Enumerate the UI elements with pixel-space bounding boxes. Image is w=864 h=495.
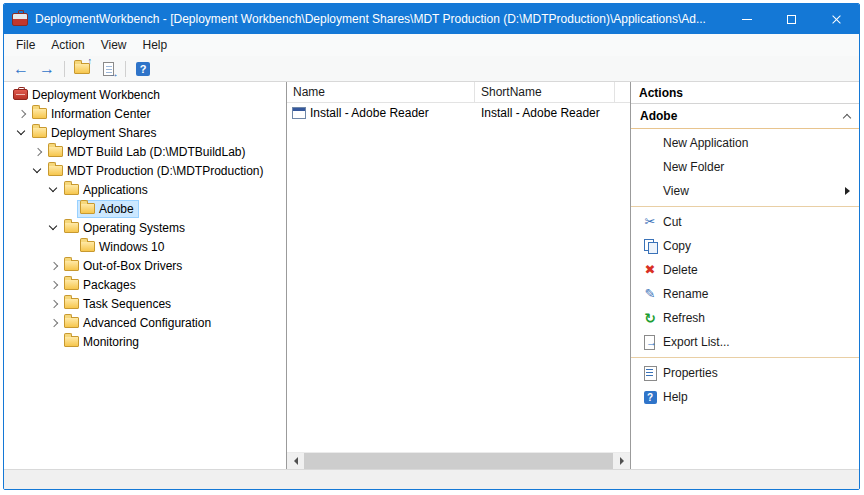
rename-icon — [640, 286, 660, 302]
action-export-list[interactable]: Export List... — [631, 330, 859, 354]
folder-icon — [64, 260, 79, 271]
action-properties[interactable]: Properties — [631, 361, 859, 385]
tree-item-content: Out-of-Box Drivers — [61, 257, 187, 275]
menu-item-help[interactable]: Help — [135, 34, 176, 56]
action-item-label: New Application — [663, 136, 748, 150]
forward-icon: → — [39, 61, 55, 77]
window-controls — [724, 4, 859, 34]
tree-item-applications[interactable]: Applications — [4, 180, 286, 199]
folder-icon — [48, 165, 63, 176]
folder-icon — [32, 108, 47, 119]
tree-item-operating-systems[interactable]: Operating Systems — [4, 218, 286, 237]
tree-item-content: Information Center — [29, 105, 155, 123]
action-item-label: View — [663, 184, 689, 198]
action-new-folder[interactable]: New Folder — [631, 155, 859, 179]
back-button[interactable]: ← — [9, 58, 33, 80]
tree-item-mdt-production-d-mdtproduction[interactable]: MDT Production (D:\MDTProduction) — [4, 161, 286, 180]
action-copy[interactable]: Copy — [631, 234, 859, 258]
icon-spacer — [640, 159, 660, 175]
tree-item-information-center[interactable]: Information Center — [4, 104, 286, 123]
tree-item-content: Packages — [61, 276, 141, 294]
maximize-icon — [787, 15, 796, 24]
toolbar-separator — [64, 61, 65, 77]
tree-collapsed-arrow-icon[interactable] — [46, 296, 61, 311]
tree-item-deployment-shares[interactable]: Deployment Shares — [4, 123, 286, 142]
action-item-label: Cut — [663, 215, 682, 229]
forward-button[interactable]: → — [35, 58, 59, 80]
tree-item-label: Task Sequences — [83, 297, 171, 311]
tree-expanded-arrow-icon[interactable] — [46, 182, 61, 197]
scroll-left-button[interactable] — [287, 453, 304, 469]
help-button[interactable] — [131, 58, 155, 80]
export-list-button[interactable] — [96, 58, 120, 80]
tree-item-packages[interactable]: Packages — [4, 275, 286, 294]
action-help[interactable]: Help — [631, 385, 859, 409]
action-delete[interactable]: Delete — [631, 258, 859, 282]
tree-collapsed-arrow-icon[interactable] — [46, 258, 61, 273]
action-rename[interactable]: Rename — [631, 282, 859, 306]
tree-item-mdt-build-lab-d-mdtbuildlab[interactable]: MDT Build Lab (D:\MDTBuildLab) — [4, 142, 286, 161]
actions-separator — [631, 206, 859, 207]
tree-item-deployment-workbench[interactable]: Deployment Workbench — [4, 85, 286, 104]
minimize-button[interactable] — [724, 4, 769, 34]
actions-group-header[interactable]: Adobe — [631, 104, 859, 129]
horizontal-scrollbar[interactable] — [287, 452, 630, 469]
list-row-install-adobe-reader[interactable]: Install - Adobe ReaderInstall - Adobe Re… — [287, 103, 630, 122]
statusbar — [4, 469, 859, 489]
tree-collapsed-arrow-icon[interactable] — [46, 315, 61, 330]
tree-item-out-of-box-drivers[interactable]: Out-of-Box Drivers — [4, 256, 286, 275]
collapse-chevron-icon[interactable] — [843, 113, 851, 121]
action-refresh[interactable]: Refresh — [631, 306, 859, 330]
tree-item-adobe[interactable]: Adobe — [4, 199, 286, 218]
actions-group-label: Adobe — [640, 109, 677, 123]
tree-item-monitoring[interactable]: Monitoring — [4, 332, 286, 351]
scroll-right-button[interactable] — [613, 453, 630, 469]
tree-item-advanced-configuration[interactable]: Advanced Configuration — [4, 313, 286, 332]
menu-item-view[interactable]: View — [93, 34, 135, 56]
tree-item-windows-10[interactable]: Windows 10 — [4, 237, 286, 256]
cut-icon — [640, 214, 660, 230]
tree-item-content: Deployment Workbench — [10, 86, 165, 104]
tree-expanded-arrow-icon[interactable] — [30, 163, 45, 178]
up-one-level-button[interactable] — [70, 58, 94, 80]
tree-item-content: Deployment Shares — [29, 124, 161, 142]
menu-item-file[interactable]: File — [8, 34, 43, 56]
export-list-icon — [103, 62, 114, 76]
toolbar: ←→ — [4, 56, 859, 82]
tree-indent-spacer — [62, 201, 77, 216]
tree-item-content: Windows 10 — [77, 238, 169, 256]
menu-item-action[interactable]: Action — [43, 34, 92, 56]
tree-item-label: Deployment Shares — [51, 126, 156, 140]
action-new-application[interactable]: New Application — [631, 131, 859, 155]
maximize-button[interactable] — [769, 4, 814, 34]
action-view[interactable]: View — [631, 179, 859, 203]
results-pane: Name ShortName Install - Adobe ReaderIns… — [287, 82, 631, 469]
tree-item-task-sequences[interactable]: Task Sequences — [4, 294, 286, 313]
tree-item-label: MDT Build Lab (D:\MDTBuildLab) — [67, 145, 246, 159]
tree-item-content: MDT Build Lab (D:\MDTBuildLab) — [45, 143, 251, 161]
tree-item-label: Operating Systems — [83, 221, 185, 235]
action-item-label: Copy — [663, 239, 691, 253]
tree-item-label: Applications — [83, 183, 148, 197]
back-icon: ← — [13, 61, 29, 77]
tree-expanded-arrow-icon[interactable] — [46, 220, 61, 235]
tree-collapsed-arrow-icon[interactable] — [30, 144, 45, 159]
toolbar-separator — [125, 61, 126, 77]
close-button[interactable] — [814, 4, 859, 34]
action-cut[interactable]: Cut — [631, 210, 859, 234]
column-header-name[interactable]: Name — [287, 82, 475, 102]
tree-collapsed-arrow-icon[interactable] — [46, 277, 61, 292]
titlebar[interactable]: DeploymentWorkbench - [Deployment Workbe… — [4, 4, 859, 34]
scrollbar-thumb[interactable] — [304, 453, 613, 469]
list-cell-name-text: Install - Adobe Reader — [310, 106, 429, 120]
submenu-arrow-icon — [845, 187, 850, 195]
tree-item-label: Deployment Workbench — [32, 88, 160, 102]
tree-item-content: Task Sequences — [61, 295, 176, 313]
tree-collapsed-arrow-icon[interactable] — [14, 106, 29, 121]
tree-item-content: Advanced Configuration — [61, 314, 216, 332]
actions-pane-title: Actions — [631, 82, 859, 104]
action-item-label: New Folder — [663, 160, 724, 174]
tree-expanded-arrow-icon[interactable] — [14, 125, 29, 140]
tree-item-label: Monitoring — [83, 335, 139, 349]
column-header-shortname[interactable]: ShortName — [475, 82, 615, 102]
